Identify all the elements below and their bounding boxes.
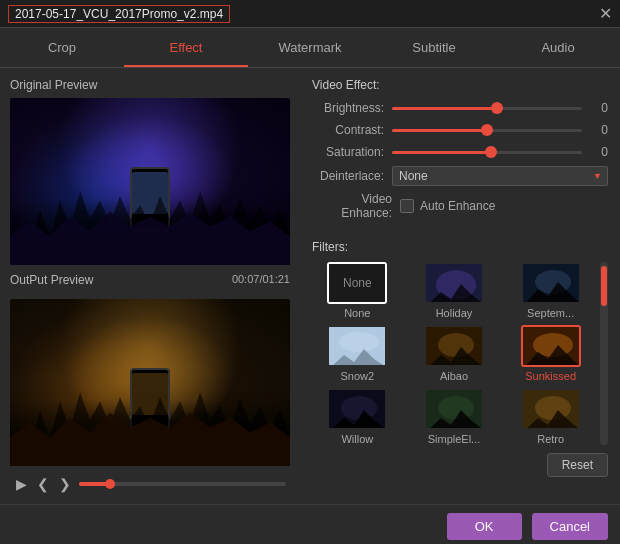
tab-effect[interactable]: Effect: [124, 28, 248, 67]
original-preview-label: Original Preview: [10, 78, 290, 92]
filter-simpleel-thumb: [424, 388, 484, 430]
filter-simpleel[interactable]: SimpleEl...: [409, 388, 500, 445]
output-preview: [10, 299, 290, 466]
reset-button[interactable]: Reset: [547, 453, 608, 477]
filter-scrollbar[interactable]: [600, 262, 608, 445]
filter-sunkissed[interactable]: Sunkissed: [505, 325, 596, 382]
brightness-slider[interactable]: [392, 100, 582, 116]
right-panel: Video Effect: Brightness: 0 Contrast:: [300, 68, 620, 504]
left-panel: Original Preview OutPut Preview 00:07/01…: [0, 68, 300, 504]
deinterlace-select[interactable]: None Yadif Yadif2x: [392, 166, 608, 186]
action-buttons: OK Cancel: [447, 513, 608, 540]
deinterlace-label: Deinterlace:: [312, 169, 384, 183]
brightness-value: 0: [590, 101, 608, 115]
filter-none-thumb: None: [327, 262, 387, 304]
filter-snow2-thumb: [327, 325, 387, 367]
deinterlace-select-wrapper: None Yadif Yadif2x: [392, 166, 608, 186]
svg-point-5: [339, 332, 379, 352]
tab-bar: Crop Effect Watermark Subtitle Audio: [0, 28, 620, 68]
filter-aibao-label: Aibao: [440, 370, 468, 382]
filter-willow-label: Willow: [341, 433, 373, 445]
title-bar: 2017-05-17_VCU_2017Promo_v2.mp4 ✕: [0, 0, 620, 28]
ok-button[interactable]: OK: [447, 513, 522, 540]
saturation-value: 0: [590, 145, 608, 159]
original-preview: [10, 98, 290, 265]
saturation-slider[interactable]: [392, 144, 582, 160]
video-effects-section: Video Effect: Brightness: 0 Contrast:: [312, 78, 608, 230]
time-display: 00:07/01:21: [232, 273, 290, 293]
filter-holiday-thumb: [424, 262, 484, 304]
filter-willow[interactable]: Willow: [312, 388, 403, 445]
saturation-label: Saturation:: [312, 145, 384, 159]
tab-watermark[interactable]: Watermark: [248, 28, 372, 67]
filter-scrollbar-thumb: [601, 266, 607, 306]
brightness-label: Brightness:: [312, 101, 384, 115]
play-button[interactable]: ▶: [14, 474, 29, 494]
next-button[interactable]: ❯: [57, 474, 73, 494]
video-effects-title: Video Effect:: [312, 78, 608, 92]
filters-title: Filters:: [312, 240, 608, 254]
close-button[interactable]: ✕: [599, 6, 612, 22]
svg-point-7: [438, 333, 474, 357]
svg-point-15: [535, 396, 571, 420]
filter-willow-thumb: [327, 388, 387, 430]
filter-snow2[interactable]: Snow2: [312, 325, 403, 382]
bottom-bar: OK Cancel: [0, 504, 620, 544]
auto-enhance-container: Auto Enhance: [400, 199, 495, 213]
filter-none[interactable]: None None: [312, 262, 403, 319]
tab-subtitle[interactable]: Subtitle: [372, 28, 496, 67]
video-enhance-label: Video Enhance:: [312, 192, 392, 220]
filter-aibao-thumb: [424, 325, 484, 367]
deinterlace-row: Deinterlace: None Yadif Yadif2x: [312, 166, 608, 186]
filters-grid: None None: [312, 262, 596, 445]
auto-enhance-label: Auto Enhance: [420, 199, 495, 213]
filter-september[interactable]: Septem...: [505, 262, 596, 319]
playback-controls: ▶ ❮ ❯: [10, 474, 290, 494]
filter-holiday-label: Holiday: [436, 307, 473, 319]
tab-crop[interactable]: Crop: [0, 28, 124, 67]
filter-aibao[interactable]: Aibao: [409, 325, 500, 382]
filter-sunkissed-label: Sunkissed: [525, 370, 576, 382]
filename-label: 2017-05-17_VCU_2017Promo_v2.mp4: [8, 5, 230, 23]
svg-point-13: [438, 396, 474, 420]
filter-september-label: Septem...: [527, 307, 574, 319]
contrast-slider[interactable]: [392, 122, 582, 138]
brightness-row: Brightness: 0: [312, 100, 608, 116]
svg-point-11: [341, 396, 377, 420]
cancel-button[interactable]: Cancel: [532, 513, 608, 540]
contrast-value: 0: [590, 123, 608, 137]
progress-bar[interactable]: [79, 482, 286, 486]
output-preview-label: OutPut Preview: [10, 273, 93, 287]
filter-september-thumb: [521, 262, 581, 304]
filter-sunkissed-thumb: [521, 325, 581, 367]
filters-wrapper: None None: [312, 262, 608, 445]
filter-retro[interactable]: Retro: [505, 388, 596, 445]
filter-retro-label: Retro: [537, 433, 564, 445]
prev-button[interactable]: ❮: [35, 474, 51, 494]
filters-grid-container: None None: [312, 262, 596, 445]
filter-retro-thumb: [521, 388, 581, 430]
filter-none-label: None: [344, 307, 370, 319]
contrast-row: Contrast: 0: [312, 122, 608, 138]
video-enhance-row: Video Enhance: Auto Enhance: [312, 192, 608, 220]
filter-snow2-label: Snow2: [341, 370, 375, 382]
saturation-row: Saturation: 0: [312, 144, 608, 160]
filters-section: Filters: None None: [312, 240, 608, 494]
output-header: OutPut Preview 00:07/01:21: [10, 273, 290, 293]
tab-audio[interactable]: Audio: [496, 28, 620, 67]
auto-enhance-checkbox[interactable]: [400, 199, 414, 213]
progress-thumb: [105, 479, 115, 489]
main-content: Original Preview OutPut Preview 00:07/01…: [0, 68, 620, 504]
contrast-label: Contrast:: [312, 123, 384, 137]
filter-simpleel-label: SimpleEl...: [428, 433, 481, 445]
filter-holiday[interactable]: Holiday: [409, 262, 500, 319]
